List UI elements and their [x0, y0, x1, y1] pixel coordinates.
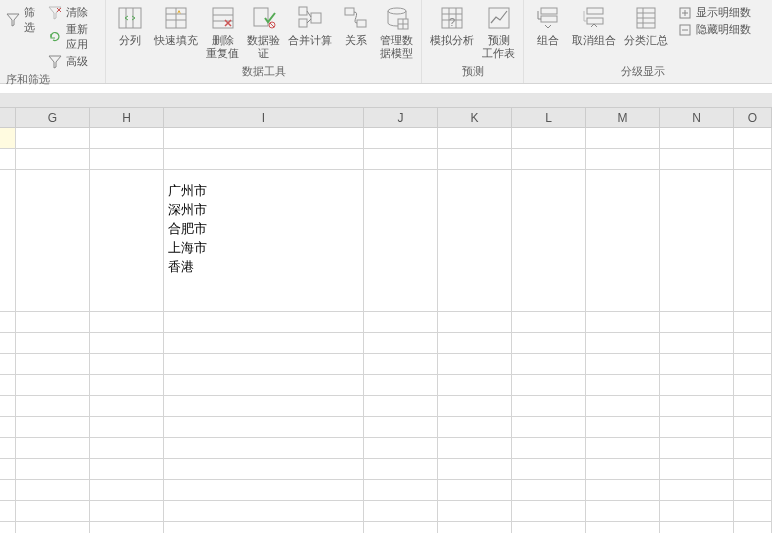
cell-O8[interactable]: [734, 396, 772, 417]
cell-G5[interactable]: [16, 333, 90, 354]
consolidate-button[interactable]: 合并计算: [284, 2, 336, 49]
cell-N5[interactable]: [660, 333, 734, 354]
cell-J8[interactable]: [364, 396, 438, 417]
cell-H2[interactable]: [90, 149, 164, 170]
cell-O1[interactable]: [734, 128, 772, 149]
spreadsheet-grid[interactable]: G H I J K L M N O 广州市深州市合肥市上海市香港: [0, 108, 772, 533]
cell-I2[interactable]: [164, 149, 364, 170]
cell-M3[interactable]: [586, 170, 660, 312]
cell-L14[interactable]: [512, 522, 586, 533]
cell-G1[interactable]: [16, 128, 90, 149]
cell-M4[interactable]: [586, 312, 660, 333]
cell-K10[interactable]: [438, 438, 512, 459]
cell-I11[interactable]: [164, 459, 364, 480]
cell-J6[interactable]: [364, 354, 438, 375]
cell-G3[interactable]: [16, 170, 90, 312]
cell-H13[interactable]: [90, 501, 164, 522]
validation-button[interactable]: 数据验 证: [243, 2, 284, 62]
cell-L5[interactable]: [512, 333, 586, 354]
cell-H7[interactable]: [90, 375, 164, 396]
cell-L3[interactable]: [512, 170, 586, 312]
cell-G2[interactable]: [16, 149, 90, 170]
cell-K9[interactable]: [438, 417, 512, 438]
cell-G9[interactable]: [16, 417, 90, 438]
cell-N10[interactable]: [660, 438, 734, 459]
cell-G14[interactable]: [16, 522, 90, 533]
cell-H11[interactable]: [90, 459, 164, 480]
cell-G8[interactable]: [16, 396, 90, 417]
row-leading-cell[interactable]: [0, 396, 16, 417]
cell-H10[interactable]: [90, 438, 164, 459]
cell-L7[interactable]: [512, 375, 586, 396]
cell-O11[interactable]: [734, 459, 772, 480]
showdetail-button[interactable]: 显示明细数: [676, 4, 753, 21]
cell-M9[interactable]: [586, 417, 660, 438]
cell-O6[interactable]: [734, 354, 772, 375]
cell-N3[interactable]: [660, 170, 734, 312]
cell-O12[interactable]: [734, 480, 772, 501]
cell-I7[interactable]: [164, 375, 364, 396]
row-leading-cell[interactable]: [0, 417, 16, 438]
cell-G11[interactable]: [16, 459, 90, 480]
cell-O4[interactable]: [734, 312, 772, 333]
row-leading-cell[interactable]: [0, 333, 16, 354]
cell-M11[interactable]: [586, 459, 660, 480]
cell-H4[interactable]: [90, 312, 164, 333]
cell-G13[interactable]: [16, 501, 90, 522]
row-leading-cell[interactable]: [0, 438, 16, 459]
cell-M13[interactable]: [586, 501, 660, 522]
cell-N8[interactable]: [660, 396, 734, 417]
col-header-K[interactable]: K: [438, 108, 512, 127]
subtotal-button[interactable]: 分类汇总: [620, 2, 672, 49]
cell-O3[interactable]: [734, 170, 772, 312]
cell-H1[interactable]: [90, 128, 164, 149]
row-leading-cell[interactable]: [0, 354, 16, 375]
cell-O7[interactable]: [734, 375, 772, 396]
cell-M1[interactable]: [586, 128, 660, 149]
cell-I14[interactable]: [164, 522, 364, 533]
cell-M5[interactable]: [586, 333, 660, 354]
cell-J9[interactable]: [364, 417, 438, 438]
cell-I5[interactable]: [164, 333, 364, 354]
cell-I1[interactable]: [164, 128, 364, 149]
hidedetail-button[interactable]: 隐藏明细数: [676, 21, 753, 38]
cell-K11[interactable]: [438, 459, 512, 480]
cell-G10[interactable]: [16, 438, 90, 459]
row-leading-cell[interactable]: [0, 170, 16, 312]
cell-L1[interactable]: [512, 128, 586, 149]
cell-J12[interactable]: [364, 480, 438, 501]
cell-M10[interactable]: [586, 438, 660, 459]
cell-L9[interactable]: [512, 417, 586, 438]
relationships-button[interactable]: 关系: [336, 2, 376, 49]
cell-J5[interactable]: [364, 333, 438, 354]
cell-O14[interactable]: [734, 522, 772, 533]
cell-M14[interactable]: [586, 522, 660, 533]
removedupes-button[interactable]: 删除 重复值: [202, 2, 243, 62]
cell-J3[interactable]: [364, 170, 438, 312]
cell-L11[interactable]: [512, 459, 586, 480]
cell-K3[interactable]: [438, 170, 512, 312]
group-button[interactable]: 组合: [528, 2, 568, 49]
col-header-L[interactable]: L: [512, 108, 586, 127]
cell-M6[interactable]: [586, 354, 660, 375]
cell-J4[interactable]: [364, 312, 438, 333]
cell-N2[interactable]: [660, 149, 734, 170]
cell-J14[interactable]: [364, 522, 438, 533]
cell-L2[interactable]: [512, 149, 586, 170]
col-header-I[interactable]: I: [164, 108, 364, 127]
cell-M8[interactable]: [586, 396, 660, 417]
cell-O13[interactable]: [734, 501, 772, 522]
cell-N1[interactable]: [660, 128, 734, 149]
cell-H6[interactable]: [90, 354, 164, 375]
cell-M7[interactable]: [586, 375, 660, 396]
cell-I8[interactable]: [164, 396, 364, 417]
reapply-button[interactable]: 重新应用: [46, 21, 97, 53]
cell-J7[interactable]: [364, 375, 438, 396]
cell-O9[interactable]: [734, 417, 772, 438]
cell-K13[interactable]: [438, 501, 512, 522]
cell-M12[interactable]: [586, 480, 660, 501]
cell-L12[interactable]: [512, 480, 586, 501]
cell-I12[interactable]: [164, 480, 364, 501]
cell-K5[interactable]: [438, 333, 512, 354]
cell-N13[interactable]: [660, 501, 734, 522]
